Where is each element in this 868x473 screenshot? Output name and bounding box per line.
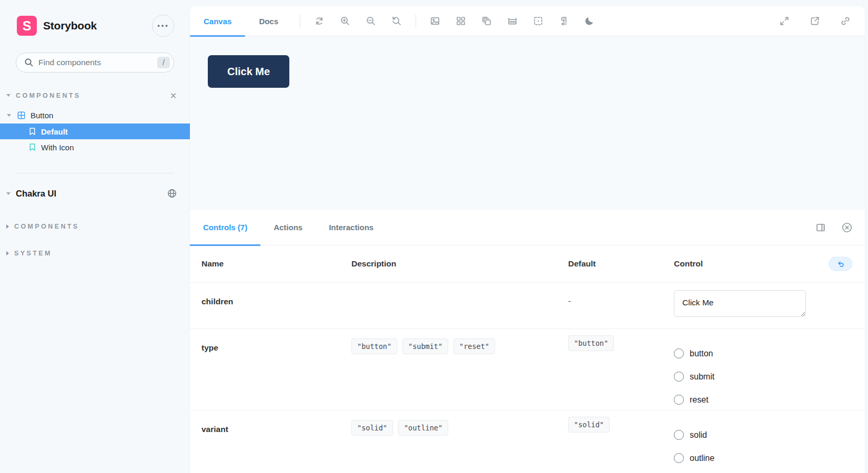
arg-name: type bbox=[201, 329, 351, 353]
radio-label: outline bbox=[690, 454, 714, 463]
tab-docs[interactable]: Docs bbox=[245, 6, 292, 36]
measure-button[interactable] bbox=[501, 10, 523, 32]
ref-title: Chakra UI bbox=[16, 189, 56, 199]
reset-controls-button[interactable] bbox=[829, 257, 852, 271]
brand-name: Storybook bbox=[43, 19, 97, 32]
moon-icon bbox=[584, 16, 595, 26]
table-row: type "button" "submit" "reset" "button" … bbox=[190, 328, 865, 410]
radio-input[interactable] bbox=[674, 453, 684, 463]
enum-badge: "reset" bbox=[453, 338, 495, 354]
radio-option-reset[interactable]: reset bbox=[674, 395, 851, 405]
radio-option-button[interactable]: button bbox=[674, 348, 851, 358]
bookmark-icon bbox=[28, 143, 36, 151]
column-header-name: Name bbox=[201, 259, 351, 269]
chevron-down-icon[interactable] bbox=[7, 114, 11, 117]
ref-section-components[interactable]: COMPONENTS bbox=[6, 223, 177, 230]
canvas-toolbar: Canvas Docs bbox=[190, 6, 865, 36]
story-preview-canvas: Click Me bbox=[190, 36, 865, 210]
sidebar-menu-button[interactable]: ●●● bbox=[152, 15, 174, 37]
grid-button[interactable] bbox=[450, 10, 472, 32]
story-item-with-icon[interactable]: With Icon bbox=[0, 139, 190, 155]
radio-label: reset bbox=[690, 395, 709, 405]
open-external-icon bbox=[810, 16, 820, 26]
radio-input[interactable] bbox=[674, 395, 684, 405]
table-row: variant "solid" "outline" "solid" solid bbox=[190, 410, 865, 473]
ruler-icon bbox=[507, 16, 518, 26]
slash-shortcut-key: / bbox=[157, 57, 170, 68]
copy-link-button[interactable] bbox=[834, 10, 856, 32]
ref-section-system[interactable]: SYSTEM bbox=[6, 250, 177, 257]
close-panel-button[interactable] bbox=[837, 218, 856, 237]
search-icon bbox=[24, 58, 34, 67]
link-icon bbox=[840, 16, 851, 26]
default-badge: "button" bbox=[568, 335, 614, 351]
addon-panel: Controls (7) Actions Interactions bbox=[190, 210, 865, 473]
chevron-down-icon bbox=[6, 94, 11, 97]
main-area: Canvas Docs bbox=[190, 6, 865, 473]
tab-interactions[interactable]: Interactions bbox=[316, 210, 387, 245]
paragraph-direction-icon bbox=[559, 16, 569, 26]
children-text-input[interactable]: Click Me bbox=[674, 290, 806, 317]
remount-icon bbox=[314, 16, 325, 26]
zoom-reset-button[interactable] bbox=[386, 10, 408, 32]
sidebar-section-components[interactable]: COMPONENTS bbox=[6, 91, 177, 99]
arg-name: children bbox=[201, 283, 351, 306]
story-item-default[interactable]: Default bbox=[0, 124, 190, 139]
story-click-me-button[interactable]: Click Me bbox=[208, 55, 289, 88]
theme-button[interactable] bbox=[579, 10, 601, 32]
toolbar-divider bbox=[300, 14, 300, 28]
zoom-out-button[interactable] bbox=[360, 10, 382, 32]
panel-position-button[interactable] bbox=[811, 218, 830, 237]
storybook-logo-icon: S bbox=[17, 16, 37, 36]
section-label: COMPONENTS bbox=[14, 223, 79, 230]
bookmark-icon bbox=[28, 127, 36, 136]
radio-option-submit[interactable]: submit bbox=[674, 372, 851, 382]
arg-description bbox=[351, 283, 568, 292]
radio-input[interactable] bbox=[674, 430, 684, 440]
arg-name: variant bbox=[201, 410, 351, 434]
open-external-button[interactable] bbox=[804, 10, 826, 32]
radio-option-solid[interactable]: solid bbox=[674, 430, 851, 440]
globe-icon[interactable] bbox=[167, 188, 177, 199]
direction-button[interactable] bbox=[553, 10, 575, 32]
default-badge: "solid" bbox=[568, 417, 610, 433]
close-icon bbox=[841, 222, 853, 233]
sidebar-divider bbox=[16, 173, 174, 173]
zoom-in-button[interactable] bbox=[334, 10, 356, 32]
ref-chakra-ui[interactable]: Chakra UI bbox=[6, 188, 177, 199]
backgrounds-button[interactable] bbox=[424, 10, 446, 32]
radio-label: solid bbox=[690, 430, 707, 440]
tab-controls[interactable]: Controls (7) bbox=[190, 210, 260, 245]
section-label: SYSTEM bbox=[14, 250, 52, 257]
radio-option-outline[interactable]: outline bbox=[674, 453, 851, 463]
arg-description: "solid" "outline" bbox=[351, 410, 568, 436]
story-item-label: Default bbox=[41, 127, 68, 136]
storybook-brand[interactable]: S Storybook bbox=[17, 16, 97, 36]
tree-item-button[interactable]: Button bbox=[0, 107, 190, 124]
remount-button[interactable] bbox=[308, 10, 330, 32]
toolbar-divider bbox=[416, 14, 416, 28]
tab-actions[interactable]: Actions bbox=[260, 210, 316, 245]
column-header-description: Description bbox=[351, 259, 568, 269]
component-icon bbox=[17, 111, 26, 120]
fullscreen-icon bbox=[779, 16, 790, 26]
outline-button[interactable] bbox=[527, 10, 549, 32]
radio-input[interactable] bbox=[674, 348, 684, 358]
collapse-all-icon[interactable] bbox=[169, 91, 177, 99]
undo-icon bbox=[836, 259, 845, 269]
chevron-down-icon bbox=[6, 192, 11, 195]
section-label: COMPONENTS bbox=[16, 92, 81, 99]
component-tree: Button Default With Icon bbox=[0, 107, 190, 155]
column-header-default: Default bbox=[568, 259, 674, 269]
table-row: children - Click Me bbox=[190, 282, 865, 328]
viewport-button[interactable] bbox=[476, 10, 498, 32]
fullscreen-button[interactable] bbox=[773, 10, 795, 32]
tab-canvas[interactable]: Canvas bbox=[190, 6, 245, 36]
search-input[interactable] bbox=[38, 58, 153, 67]
chevron-right-icon bbox=[6, 224, 9, 229]
type-radio-group: button submit reset bbox=[674, 336, 851, 405]
ellipsis-icon: ●●● bbox=[157, 23, 169, 28]
radio-input[interactable] bbox=[674, 372, 684, 382]
sidebar: S Storybook ●●● / COMPONENTS Button bbox=[0, 0, 190, 473]
image-icon bbox=[430, 16, 440, 26]
